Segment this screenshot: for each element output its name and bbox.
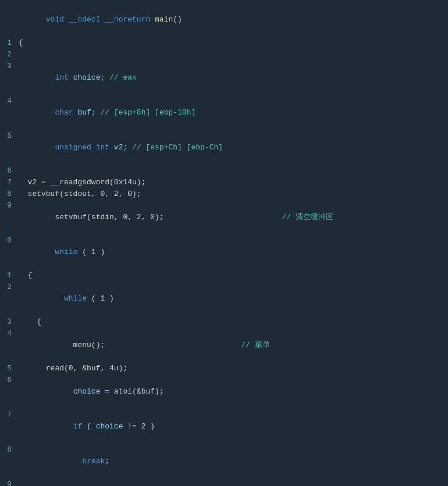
code-line-13: 3 {: [0, 316, 448, 328]
line-number: 2: [0, 49, 16, 60]
code-line-14: 4 menu(); // 菜单: [0, 328, 448, 363]
code-line-16: 6 choice = atoi(&buf);: [0, 374, 448, 409]
line-number: 2: [0, 281, 16, 316]
line-content: choice = atoi(&buf);: [16, 374, 448, 409]
line-content: {: [16, 37, 448, 49]
line-content: break;: [16, 444, 448, 479]
line-number: 7: [0, 409, 16, 444]
code-line-5: 5 unsigned int v2; // [esp+Ch] [ebp-Ch]: [0, 130, 448, 165]
line-content: setvbuf(stdin, 0, 2, 0); // 清空缓冲区: [16, 200, 448, 235]
code-container: void __cdecl __noreturn main() 1 { 2 3 i…: [0, 0, 448, 486]
line-content: v2 = __readgsdword(0x14u);: [16, 177, 448, 188]
line-content: setvbuf(stdout, 0, 2, 0);: [16, 188, 448, 200]
code-line-6: 6: [0, 165, 448, 177]
line-number: 3: [0, 316, 16, 328]
line-number: 9: [0, 479, 16, 486]
code-line-3: 3 int choice; // eax: [0, 60, 448, 95]
code-line-2: 2: [0, 49, 448, 60]
line-number: 5: [0, 363, 16, 374]
line-content: char buf; // [esp+8h] [ebp-10h]: [16, 95, 448, 130]
line-number: 8: [0, 188, 16, 200]
line-content: void __cdecl __noreturn main(): [16, 2, 448, 37]
line-number: 4: [0, 95, 16, 130]
code-line-8: 8 setvbuf(stdout, 0, 2, 0);: [0, 188, 448, 200]
code-line-10: 0 while ( 1 ): [0, 235, 448, 270]
code-line-12: 2 while ( 1 ): [0, 281, 448, 316]
line-content: [16, 165, 448, 177]
code-line-7: 7 v2 = __readgsdword(0x14u);: [0, 177, 448, 188]
line-content: int choice; // eax: [16, 60, 448, 95]
line-number: 5: [0, 130, 16, 165]
line-number: 1: [0, 37, 16, 49]
line-content: {: [16, 316, 448, 328]
line-content: while ( 1 ): [16, 281, 448, 316]
code-line-15: 5 read(0, &buf, 4u);: [0, 363, 448, 374]
line-content: menu(); // 菜单: [16, 328, 448, 363]
code-line-18: 8 break;: [0, 444, 448, 479]
line-number: 7: [0, 177, 16, 188]
line-number: 0: [0, 235, 16, 270]
line-number: 9: [0, 200, 16, 235]
line-content: {: [16, 270, 448, 281]
line-number: 6: [0, 165, 16, 177]
line-number: 8: [0, 444, 16, 479]
code-line-19: 9 Free(); // 2. Delete note删除函数: [0, 479, 448, 486]
line-content: unsigned int v2; // [esp+Ch] [ebp-Ch]: [16, 130, 448, 165]
line-content: while ( 1 ): [16, 235, 448, 270]
code-line-header: void __cdecl __noreturn main(): [0, 2, 448, 37]
code-line-17: 7 if ( choice != 2 ): [0, 409, 448, 444]
code-line-9: 9 setvbuf(stdin, 0, 2, 0); // 清空缓冲区: [0, 200, 448, 235]
function-name: main: [155, 15, 173, 24]
line-content: Free(); // 2. Delete note删除函数: [16, 479, 448, 486]
line-content: if ( choice != 2 ): [16, 409, 448, 444]
code-line-1: 1 {: [0, 37, 448, 49]
line-number: 6: [0, 374, 16, 409]
line-content: [16, 49, 448, 60]
line-number: 3: [0, 60, 16, 95]
line-content: read(0, &buf, 4u);: [16, 363, 448, 374]
code-line-11: 1 {: [0, 270, 448, 281]
keyword: void __cdecl __noreturn: [46, 15, 155, 24]
code-line-4: 4 char buf; // [esp+8h] [ebp-10h]: [0, 95, 448, 130]
line-number: 1: [0, 270, 16, 281]
line-number: [0, 2, 16, 37]
line-number: 4: [0, 328, 16, 363]
